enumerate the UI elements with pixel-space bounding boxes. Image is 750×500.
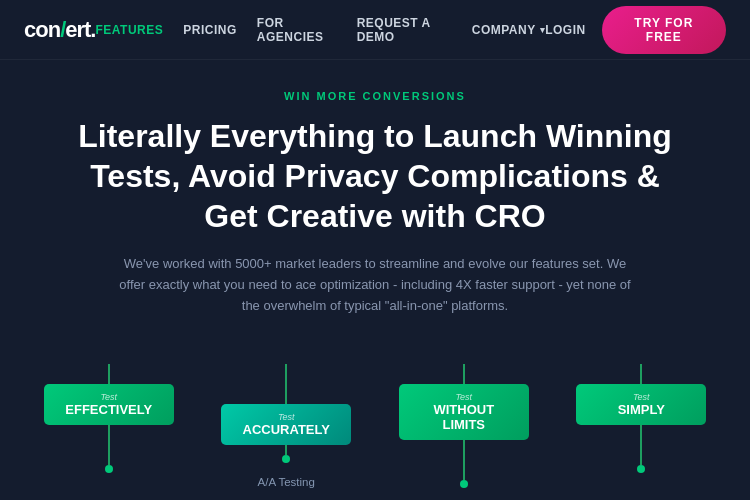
hero-subtitle: We've worked with 5000+ market leaders t… xyxy=(115,254,635,316)
card-box-simply[interactable]: Test SIMPLY xyxy=(576,384,706,425)
card-test-label-4: Test xyxy=(590,392,692,402)
dot-3 xyxy=(460,480,468,488)
hero-section: WIN MORE CONVERSIONS Literally Everythin… xyxy=(0,60,750,364)
line-bottom-2 xyxy=(285,445,287,455)
card-box-without-limits[interactable]: Test WITHOUT LIMITS xyxy=(399,384,529,440)
line-top-3 xyxy=(463,364,465,384)
features-list: A/A Testing Code and Error Checks Real T… xyxy=(215,471,358,500)
card-without-limits: Test WITHOUT LIMITS xyxy=(375,364,553,488)
try-for-free-button[interactable]: TRY FOR FREE xyxy=(602,6,726,54)
navbar: con/ert. FEATURES PRICING FOR AGENCIES R… xyxy=(0,0,750,60)
logo-text-start: con xyxy=(24,17,60,42)
hero-title: Literally Everything to Launch Winning T… xyxy=(60,116,690,236)
card-main-label-3: WITHOUT LIMITS xyxy=(413,402,515,432)
nav-right: LOGIN TRY FOR FREE xyxy=(545,6,726,54)
card-box-accurately[interactable]: Test ACCURATELY xyxy=(221,404,351,445)
card-test-label-2: Test xyxy=(235,412,337,422)
feature-item-1: A/A Testing xyxy=(215,471,358,494)
nav-features[interactable]: FEATURES xyxy=(96,23,164,37)
nav-company[interactable]: COMPANY ▾ xyxy=(472,23,545,37)
card-test-label-3: Test xyxy=(413,392,515,402)
line-bottom-4 xyxy=(640,425,642,465)
dot-4 xyxy=(637,465,645,473)
nav-pricing[interactable]: PRICING xyxy=(183,23,237,37)
line-top-2 xyxy=(285,364,287,404)
dot-1 xyxy=(105,465,113,473)
nav-demo[interactable]: REQUEST A DEMO xyxy=(357,16,452,44)
nav-links: FEATURES PRICING FOR AGENCIES REQUEST A … xyxy=(96,16,546,44)
card-accurately: Test ACCURATELY A/A Testing Code and Err… xyxy=(198,364,376,500)
card-box-effectively[interactable]: Test EFFECTIVELY xyxy=(44,384,174,425)
card-main-label-4: SIMPLY xyxy=(590,402,692,417)
card-test-label-1: Test xyxy=(58,392,160,402)
card-main-label-2: ACCURATELY xyxy=(235,422,337,437)
nav-agencies[interactable]: FOR AGENCIES xyxy=(257,16,337,44)
cards-section: Test EFFECTIVELY Test ACCURATELY A/A Tes… xyxy=(0,364,750,500)
card-effectively: Test EFFECTIVELY xyxy=(20,364,198,473)
line-top-4 xyxy=(640,364,642,384)
line-bottom-1 xyxy=(108,425,110,465)
dot-2 xyxy=(282,455,290,463)
feature-item-2: Code and Error Checks xyxy=(215,494,358,500)
line-bottom-3 xyxy=(463,440,465,480)
login-button[interactable]: LOGIN xyxy=(545,23,586,37)
card-main-label-1: EFFECTIVELY xyxy=(58,402,160,417)
logo-text-end: ert. xyxy=(65,17,95,42)
hero-tagline: WIN MORE CONVERSIONS xyxy=(60,90,690,102)
card-simply: Test SIMPLY xyxy=(553,364,731,473)
nav-company-label: COMPANY xyxy=(472,23,536,37)
logo: con/ert. xyxy=(24,17,96,43)
line-top-1 xyxy=(108,364,110,384)
